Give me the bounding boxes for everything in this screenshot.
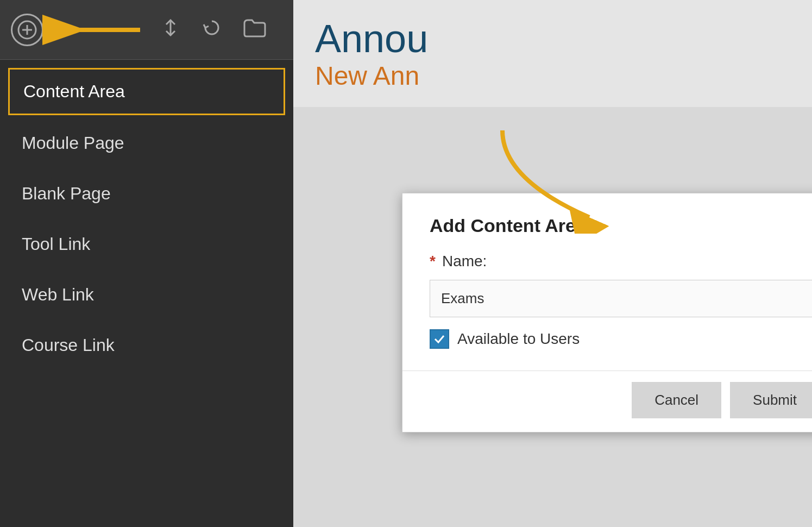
sort-icon[interactable] xyxy=(161,18,180,41)
menu-item-content-area[interactable]: Content Area xyxy=(8,68,285,115)
dialog-overlay: Add Content Area * Name: Available to Us… xyxy=(293,0,812,527)
dialog-title: Add Content Area xyxy=(430,215,812,236)
right-panel: Annou New Ann Add Content Area * Name: xyxy=(293,0,812,527)
toolbar-icons xyxy=(161,18,266,41)
toolbar xyxy=(0,0,293,60)
available-checkbox[interactable] xyxy=(430,329,449,349)
menu-item-blank-page[interactable]: Blank Page xyxy=(0,168,293,219)
dialog-footer: Cancel Submit xyxy=(402,371,812,432)
add-button[interactable] xyxy=(11,14,43,46)
menu-item-tool-link[interactable]: Tool Link xyxy=(0,219,293,269)
menu-item-course-link[interactable]: Course Link xyxy=(0,320,293,371)
name-input[interactable] xyxy=(430,280,812,317)
available-checkbox-row: Available to Users xyxy=(430,329,812,349)
add-content-area-dialog: Add Content Area * Name: Available to Us… xyxy=(402,193,812,432)
dialog-body: Add Content Area * Name: Available to Us… xyxy=(402,193,812,371)
plus-icon xyxy=(17,20,37,40)
menu-list: Content Area Module Page Blank Page Tool… xyxy=(0,60,293,376)
name-label: Name: xyxy=(442,253,487,270)
submit-button[interactable]: Submit xyxy=(730,382,812,418)
folder-icon[interactable] xyxy=(243,18,266,41)
checkmark-icon xyxy=(433,332,446,346)
name-form-row: * Name: xyxy=(430,253,812,270)
available-label: Available to Users xyxy=(457,330,580,348)
menu-item-module-page[interactable]: Module Page xyxy=(0,118,293,168)
required-indicator: * xyxy=(430,253,436,270)
menu-item-web-link[interactable]: Web Link xyxy=(0,269,293,320)
refresh-icon[interactable] xyxy=(202,18,222,41)
annotation-arrow-left xyxy=(37,14,146,48)
left-panel: Content Area Module Page Blank Page Tool… xyxy=(0,0,293,527)
cancel-button[interactable]: Cancel xyxy=(632,382,721,418)
